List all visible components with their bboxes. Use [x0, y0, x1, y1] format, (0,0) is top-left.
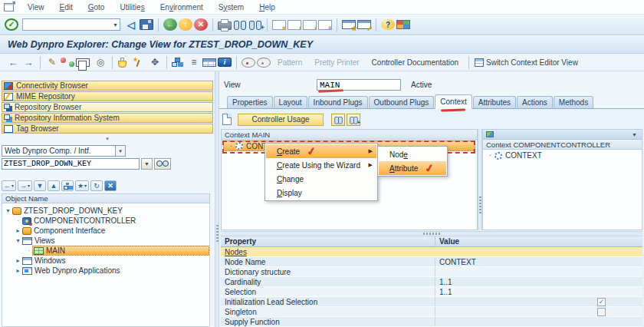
wizard-icon[interactable]: ★: [133, 58, 146, 68]
other-object-icon[interactable]: [61, 58, 74, 67]
navigate-forward-icon[interactable]: →: [21, 54, 35, 70]
last-page-icon[interactable]: »: [318, 20, 332, 30]
print-icon[interactable]: [218, 21, 232, 30]
sidebar-collapse-handle[interactable]: ▾: [2, 134, 213, 143]
horizontal-splitter[interactable]: [221, 231, 642, 236]
expand-all-button[interactable]: ▼: [34, 180, 46, 191]
tree-item-views[interactable]: ▾ Views: [2, 236, 209, 246]
sidebar-item-repository-browser[interactable]: Repository Browser: [2, 102, 213, 112]
matchcode-button[interactable]: ▼: [141, 158, 153, 170]
previous-page-icon[interactable]: ‹: [288, 20, 301, 30]
new-session-icon[interactable]: ★: [342, 20, 356, 29]
display-change-icon[interactable]: ✎: [45, 54, 59, 70]
command-input[interactable]: [23, 21, 111, 29]
menu-edit[interactable]: Edit: [52, 3, 80, 12]
tree-item-componentcontroller[interactable]: · COMPONENTCONTROLLER: [2, 216, 209, 226]
exit-icon[interactable]: ↑: [179, 18, 192, 31]
splitter-grip[interactable]: [423, 233, 440, 235]
tree-item-web-dynpro-applications[interactable]: ▸ Web Dynpro Applications: [2, 266, 209, 276]
checkbox[interactable]: [597, 308, 606, 316]
menu-item-create[interactable]: Create ✓ ▶: [266, 144, 376, 158]
object-name-input[interactable]: [2, 158, 140, 170]
first-page-icon[interactable]: «: [272, 20, 286, 30]
save-icon[interactable]: [140, 19, 153, 30]
enter-icon[interactable]: ✓: [5, 18, 18, 31]
users-icon[interactable]: [257, 58, 271, 68]
context-root-node[interactable]: · CONTEXT: [483, 150, 642, 161]
vertical-splitter[interactable]: [215, 71, 219, 327]
menu-help[interactable]: Help: [251, 3, 283, 12]
menu-item-display[interactable]: Display: [266, 186, 376, 200]
command-dropdown-icon[interactable]: ▼: [111, 22, 120, 28]
tab-layout[interactable]: Layout: [274, 96, 307, 108]
find-button[interactable]: [331, 114, 345, 126]
menu-environment[interactable]: Environment: [153, 3, 211, 12]
expander-icon[interactable]: ▾: [5, 208, 12, 214]
sidebar-item-mime-repository[interactable]: MIME Repository: [2, 91, 213, 101]
help-icon[interactable]: ?: [381, 19, 395, 30]
customize-layout-icon[interactable]: [396, 20, 410, 29]
find-icon[interactable]: [233, 20, 247, 29]
object-type-select[interactable]: Web Dynpro Comp. / Intf. ▾: [2, 145, 126, 157]
cancel-icon[interactable]: ✕: [194, 18, 208, 31]
test-icon[interactable]: [117, 58, 131, 68]
create-node-icon[interactable]: [222, 114, 232, 125]
tab-actions[interactable]: Actions: [517, 96, 553, 108]
menu-item-create-using-the-wizard[interactable]: Create Using the Wizard ▶: [266, 158, 376, 172]
sidebar-item-connectivity-browser[interactable]: Connectivity Browser: [2, 81, 213, 91]
hierarchy-view-button[interactable]: [61, 180, 74, 191]
next-page-icon[interactable]: ›: [303, 20, 317, 30]
menu-goto[interactable]: Goto: [80, 3, 113, 12]
favorites-button[interactable]: ★▾: [75, 180, 89, 191]
menu-item-change[interactable]: Change: [266, 172, 376, 186]
tab-inbound-plugs[interactable]: Inbound Plugs: [308, 96, 368, 108]
display-object-button[interactable]: [154, 158, 171, 170]
expander-icon[interactable]: ▾: [15, 238, 21, 244]
sidebar-item-tag-browser[interactable]: Tag Browser: [2, 124, 213, 134]
navigate-back-icon[interactable]: ←: [6, 54, 20, 70]
expander-icon[interactable]: ▸: [15, 258, 21, 264]
activate-icon[interactable]: ◎: [94, 54, 107, 70]
copy-icon[interactable]: [76, 58, 90, 67]
tab-attributes[interactable]: Attributes: [473, 96, 516, 108]
system-menu-icon[interactable]: [4, 3, 14, 12]
view-name-input[interactable]: [317, 79, 401, 91]
collapse-command-icon[interactable]: ◁: [124, 17, 138, 32]
create-shortcut-icon[interactable]: ↗: [357, 20, 371, 29]
command-field[interactable]: ▼: [22, 18, 120, 31]
find-next-icon[interactable]: +: [248, 20, 262, 29]
tab-methods[interactable]: Methods: [554, 96, 593, 108]
menu-system[interactable]: System: [211, 3, 251, 12]
chevron-down-icon[interactable]: ▾: [115, 146, 125, 156]
history-back-button[interactable]: ←▾: [2, 180, 16, 191]
history-forward-button[interactable]: →▾: [18, 180, 32, 191]
close-browser-button[interactable]: ✕: [104, 180, 117, 191]
splitter-grip[interactable]: [216, 225, 219, 242]
expander-icon[interactable]: ▸: [15, 228, 21, 234]
nodes-link[interactable]: Nodes: [225, 248, 247, 256]
hierarchy-icon[interactable]: [172, 58, 186, 67]
list-icon[interactable]: ≡: [187, 54, 201, 70]
tree-item-component-interface[interactable]: ▸ Component Interface: [2, 226, 209, 236]
expander-icon[interactable]: ▸: [15, 268, 21, 274]
navigation-icon[interactable]: ✥: [148, 54, 162, 70]
tab-outbound-plugs[interactable]: Outbound Plugs: [369, 96, 435, 108]
selected-tree-item[interactable]: MAIN: [32, 246, 209, 256]
chevron-down-icon[interactable]: ▼: [630, 132, 639, 137]
switch-context-editor-button[interactable]: Switch Context Editor View: [475, 58, 578, 67]
tag-browser-icon[interactable]: [4, 125, 13, 133]
menu-utilities[interactable]: Utilities: [112, 3, 152, 12]
info-icon[interactable]: i: [218, 58, 232, 67]
menu-item-node[interactable]: Node: [379, 147, 446, 161]
menu-item-attribute[interactable]: Attribute ✓: [379, 161, 446, 175]
table-view-icon[interactable]: [202, 58, 216, 67]
tree-item-main[interactable]: · MAIN: [2, 246, 209, 256]
checkbox[interactable]: [597, 298, 606, 306]
controller-documentation-button[interactable]: Controller Documentation: [372, 58, 458, 67]
sidebar-item-repository-information-system[interactable]: Repository Information System: [2, 113, 213, 123]
menu-view[interactable]: View: [20, 3, 52, 12]
tree-item-ztest-drop-down-key[interactable]: ▾ ZTEST_DROP_DOWN_KEY: [2, 206, 209, 216]
collapse-all-button[interactable]: ▲: [48, 180, 60, 191]
find-next-button[interactable]: +: [347, 114, 360, 126]
runtime-analysis-icon[interactable]: [242, 58, 255, 68]
